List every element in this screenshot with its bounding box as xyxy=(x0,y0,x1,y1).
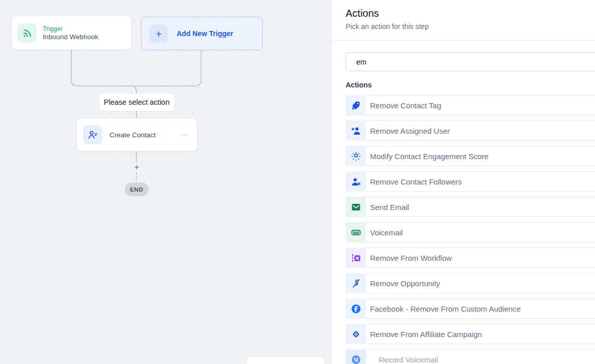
workflow-remove-icon xyxy=(346,248,366,268)
create-contact-node[interactable]: Create Contact ⋯ xyxy=(76,118,197,151)
action-list-item[interactable]: Voicemail xyxy=(346,222,595,242)
please-select-action-badge: Please select action xyxy=(99,94,174,111)
action-item-label: Send Email xyxy=(370,203,409,211)
action-list-item[interactable]: Remove Contact Tag xyxy=(346,95,595,115)
action-item-label: Remove From Workflow xyxy=(370,254,452,262)
action-item-label: Modify Contact Engagement Score xyxy=(370,152,489,161)
panel-subtitle: Pick an action for this step xyxy=(346,21,581,32)
panel-title: Actions xyxy=(346,6,581,20)
action-item-label: Remove Opportunity xyxy=(370,279,440,288)
trigger-node[interactable]: Trigger Inbound Webhook xyxy=(11,16,132,50)
end-badge: END xyxy=(125,183,149,196)
action-item-label: Record Voicemail xyxy=(379,355,438,364)
workflow-canvas[interactable]: Trigger Inbound Webhook + Add New Trigge… xyxy=(0,0,331,364)
action-item-label: Remove Contact Tag xyxy=(370,101,441,110)
action-list-item[interactable]: Remove Assigned User xyxy=(346,120,595,141)
engagement-score-icon xyxy=(346,146,366,166)
record-voicemail-icon xyxy=(346,349,366,364)
webhook-icon xyxy=(17,23,37,43)
action-item-label: Facebook - Remove From Custom Audience xyxy=(370,305,521,313)
add-new-trigger-button[interactable]: + Add New Trigger xyxy=(141,17,263,50)
trigger-name-label: Inbound Webhook xyxy=(43,33,98,41)
action-list-item[interactable]: Send Email xyxy=(346,197,595,217)
action-list-item[interactable]: Remove From Workflow xyxy=(346,248,595,268)
plus-icon: + xyxy=(150,24,168,43)
more-options-icon[interactable]: ⋯ xyxy=(180,130,189,139)
actions-section-label: Actions xyxy=(346,80,595,90)
actions-panel: Actions Pick an action for this step Act… xyxy=(331,0,595,364)
voicemail-icon xyxy=(346,222,366,242)
offscreen-node-edge xyxy=(247,357,324,364)
facebook-icon xyxy=(346,298,366,319)
create-contact-label: Create Contact xyxy=(109,131,180,139)
opportunity-remove-icon xyxy=(346,273,366,293)
action-list-item[interactable]: Facebook - Remove From Custom Audience xyxy=(346,298,595,319)
handshake-icon xyxy=(346,324,366,344)
trigger-kind-label: Trigger xyxy=(43,25,98,33)
tag-remove-icon xyxy=(346,95,366,115)
add-new-trigger-label: Add New Trigger xyxy=(177,29,233,38)
workflow-connectors xyxy=(0,0,331,364)
action-list: Remove Contact Tag Remove Assigned User … xyxy=(346,95,595,364)
action-item-label: Voicemail xyxy=(370,228,403,237)
action-list-item[interactable]: Record Voicemail xyxy=(346,349,595,364)
action-item-label: Remove From Affiliate Campaign xyxy=(370,330,482,339)
action-list-item[interactable]: Remove Contact Followers xyxy=(346,171,595,192)
action-list-item[interactable]: Remove Opportunity xyxy=(346,273,595,293)
action-list-item[interactable]: Remove From Affiliate Campaign xyxy=(346,324,595,344)
action-item-label: Remove Assigned User xyxy=(370,127,450,135)
email-icon xyxy=(346,197,366,217)
contact-icon xyxy=(83,125,102,144)
action-item-label: Remove Contact Followers xyxy=(370,177,462,186)
user-remove-icon xyxy=(346,120,366,141)
actions-panel-header: Actions Pick an action for this step xyxy=(332,0,595,41)
action-search-input[interactable] xyxy=(346,52,595,71)
action-list-item[interactable]: Modify Contact Engagement Score xyxy=(346,146,595,166)
followers-remove-icon xyxy=(346,171,366,192)
add-step-button[interactable]: + xyxy=(132,162,141,172)
